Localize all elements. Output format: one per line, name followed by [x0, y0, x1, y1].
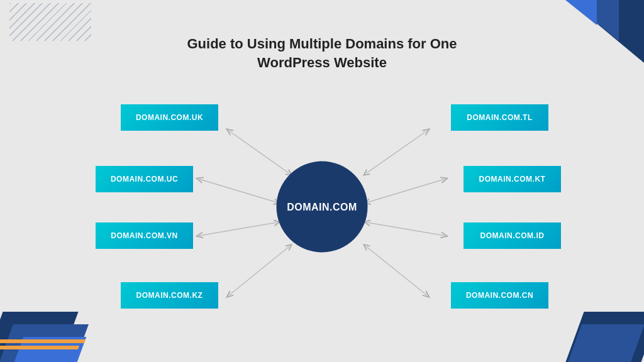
domain-box-tl: DOMAIN.COM.TL	[451, 104, 548, 131]
svg-line-2	[199, 179, 277, 202]
svg-line-4	[199, 222, 277, 236]
domain-label-vn: DOMAIN.COM.VN	[111, 231, 178, 240]
domain-label-uk: DOMAIN.COM.UK	[136, 113, 203, 122]
main-content: Guide to Using Multiple Domains for One …	[0, 0, 644, 362]
svg-line-7	[366, 246, 427, 295]
svg-line-3	[367, 179, 445, 202]
domain-label-kz: DOMAIN.COM.KZ	[136, 291, 203, 300]
domain-box-kt: DOMAIN.COM.KT	[464, 166, 561, 192]
svg-line-1	[366, 131, 427, 173]
svg-line-6	[229, 246, 289, 295]
domain-box-uc: DOMAIN.COM.UC	[96, 166, 193, 192]
domain-box-cn: DOMAIN.COM.CN	[451, 282, 548, 309]
center-domain-label: DOMAIN.COM	[287, 201, 357, 212]
page-title: Guide to Using Multiple Domains for One …	[187, 35, 457, 72]
svg-line-5	[367, 222, 445, 236]
title-line1: Guide to Using Multiple Domains for One	[187, 36, 457, 52]
domain-box-vn: DOMAIN.COM.VN	[96, 222, 193, 249]
domain-label-id: DOMAIN.COM.ID	[480, 231, 545, 240]
diagram: DOMAIN.COM DOMAIN.COM.UK DOMAIN.COM.TL D…	[83, 90, 561, 323]
domain-label-tl: DOMAIN.COM.TL	[467, 113, 533, 122]
center-domain-circle: DOMAIN.COM	[277, 162, 368, 253]
svg-line-0	[229, 131, 289, 173]
title-line2: WordPress Website	[257, 55, 387, 70]
domain-box-kz: DOMAIN.COM.KZ	[121, 282, 218, 309]
domain-box-uk: DOMAIN.COM.UK	[121, 104, 218, 131]
domain-label-uc: DOMAIN.COM.UC	[111, 175, 178, 184]
domain-label-cn: DOMAIN.COM.CN	[466, 291, 533, 300]
domain-label-kt: DOMAIN.COM.KT	[479, 175, 546, 184]
domain-box-id: DOMAIN.COM.ID	[464, 222, 561, 249]
